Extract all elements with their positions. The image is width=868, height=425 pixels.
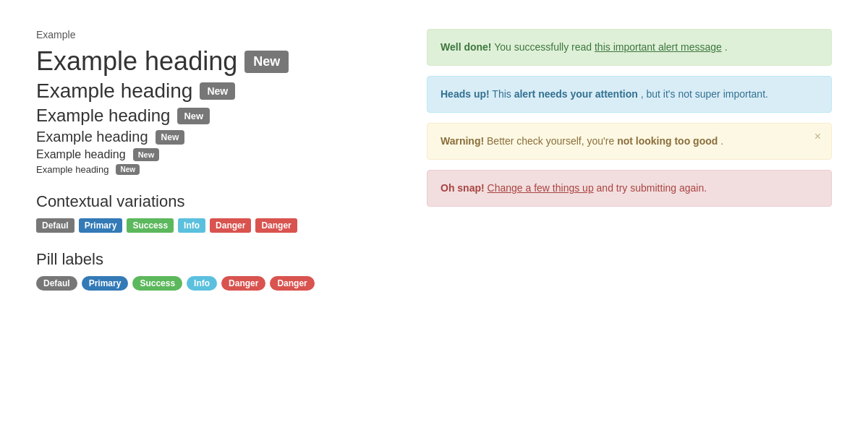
- label-danger: Danger: [210, 218, 251, 233]
- alert-danger-link[interactable]: Change a few things up: [488, 182, 594, 194]
- alert-info: Heads up! This alert needs your attentio…: [427, 76, 832, 113]
- label-danger2: Danger: [255, 218, 297, 233]
- alert-info-prefix: Heads up! This alert needs your attentio…: [441, 88, 768, 100]
- heading-row-h5: Example heading New: [36, 148, 383, 161]
- alert-danger: Oh snap! Change a few things up and try …: [427, 170, 832, 207]
- badge-h4: New: [156, 130, 185, 145]
- heading-text-h1: Example heading: [36, 46, 237, 77]
- heading-row-h6: Example heading New: [36, 164, 383, 175]
- alert-success: Well done! You successfully read this im…: [427, 29, 832, 66]
- label-primary: Primary: [79, 218, 123, 233]
- pill-primary: Primary: [82, 276, 129, 291]
- label-default: Defaul: [36, 218, 75, 233]
- contextual-section-title: Contextual variations: [36, 192, 383, 211]
- main-layout: Example Example heading New Example head…: [36, 29, 832, 302]
- heading-text-h6: Example heading: [36, 164, 109, 175]
- heading-text-h2: Example heading: [36, 80, 192, 103]
- heading-text-h4: Example heading: [36, 129, 148, 145]
- right-column: Well done! You successfully read this im…: [427, 29, 832, 217]
- left-column: Example Example heading New Example head…: [36, 29, 383, 302]
- heading-text-h5: Example heading: [36, 148, 126, 161]
- heading-row-h2: Example heading New: [36, 80, 383, 103]
- badge-h5: New: [133, 148, 160, 161]
- heading-row-h4: Example heading New: [36, 129, 383, 145]
- heading-row-h1: Example heading New: [36, 46, 383, 77]
- label-info: Info: [178, 218, 205, 233]
- alert-warning-close[interactable]: ×: [814, 131, 821, 142]
- alert-warning-prefix: Warning! Better check yourself, you're n…: [441, 135, 723, 147]
- alert-success-link[interactable]: this important alert message: [595, 41, 722, 53]
- heading-text-h3: Example heading: [36, 106, 170, 126]
- badge-h3: New: [177, 108, 210, 124]
- alert-success-suffix: .: [722, 41, 728, 53]
- badge-h6: New: [116, 164, 140, 175]
- alert-danger-prefix: Oh snap!: [441, 182, 488, 194]
- label-success: Success: [127, 218, 174, 233]
- pill-danger2: Danger: [270, 276, 314, 291]
- badge-h2: New: [200, 82, 235, 100]
- pill-labels-row: Defaul Primary Success Info Danger Dange…: [36, 276, 383, 291]
- alert-success-prefix: Well done! You successfully read: [441, 41, 595, 53]
- pill-section-title: Pill labels: [36, 250, 383, 269]
- contextual-labels-row: Defaul Primary Success Info Danger Dange…: [36, 218, 383, 233]
- pill-success: Success: [132, 276, 182, 291]
- pill-default: Defaul: [36, 276, 77, 291]
- alert-warning: Warning! Better check yourself, you're n…: [427, 123, 832, 160]
- example-label: Example: [36, 29, 383, 40]
- heading-row-h3: Example heading New: [36, 106, 383, 126]
- badge-h1: New: [244, 51, 289, 73]
- pill-danger: Danger: [221, 276, 265, 291]
- alert-danger-suffix: and try submitting again.: [594, 182, 707, 194]
- pill-info: Info: [187, 276, 217, 291]
